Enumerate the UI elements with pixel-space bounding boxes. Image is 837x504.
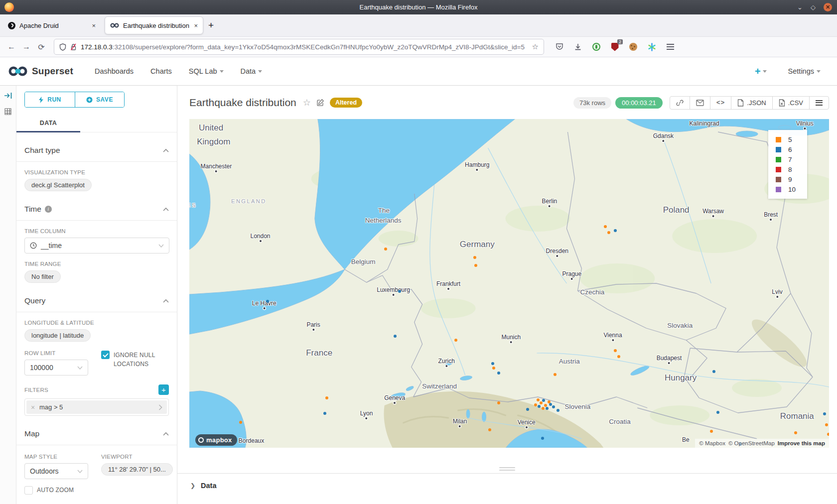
save-button[interactable]: SAVE	[75, 92, 124, 107]
settings-menu[interactable]: Settings	[788, 67, 821, 75]
chevron-up-icon[interactable]	[163, 207, 169, 211]
section-time: Timei TIME COLUMN __time TIME RANGE No f…	[24, 205, 169, 283]
legend-item[interactable]: 9	[768, 174, 807, 184]
downloads-icon[interactable]	[573, 42, 582, 51]
row-limit-select[interactable]: 100000	[24, 360, 88, 376]
tab-earthquake-distribution[interactable]: Earthquake distribution ×	[105, 16, 203, 34]
greasemonkey-icon[interactable]	[592, 42, 601, 51]
control-panel: RUN SAVE DATA Chart type VISUALIZATION T…	[16, 86, 177, 504]
forward-button[interactable]: →	[19, 42, 34, 51]
row-count-badge: 73k rows	[573, 97, 611, 109]
data-section-toggle[interactable]: ❯ Data	[177, 474, 837, 490]
map-point	[538, 405, 541, 408]
chevron-up-icon[interactable]	[163, 148, 169, 152]
export-csv-button[interactable]: .CSV	[772, 97, 809, 109]
tab-close-icon[interactable]: ×	[92, 22, 96, 29]
map-point	[825, 423, 828, 426]
map-canvas[interactable]: UnitedKingdomManchesterENGLANDESLondonLe…	[189, 119, 829, 448]
export-json-button[interactable]: .JSON	[731, 97, 772, 109]
reload-button[interactable]: ⟳	[34, 42, 49, 52]
map-point	[384, 248, 387, 251]
new-chart-button[interactable]: +	[755, 66, 767, 77]
email-button[interactable]	[690, 97, 710, 109]
auto-zoom-checkbox[interactable]	[24, 486, 33, 495]
legend-label: 6	[788, 146, 792, 153]
bookmark-star-icon[interactable]: ☆	[532, 42, 539, 51]
pocket-icon[interactable]	[555, 42, 564, 51]
legend-item[interactable]: 7	[768, 154, 807, 164]
remove-filter-icon[interactable]: ×	[26, 403, 39, 411]
tracking-shield-icon[interactable]	[59, 43, 66, 51]
legend-item[interactable]: 6	[768, 144, 807, 154]
edit-pencil-icon[interactable]	[316, 99, 324, 107]
results-divider	[177, 473, 837, 474]
attribution-mapbox[interactable]: © Mapbox	[699, 440, 725, 446]
map-points-layer	[189, 119, 829, 448]
chevron-up-icon[interactable]	[163, 432, 169, 436]
favorite-star-icon[interactable]: ☆	[303, 98, 311, 107]
map-point	[474, 264, 477, 267]
nav-item-sql-lab[interactable]: SQL Lab	[189, 67, 224, 75]
chevron-down-icon	[77, 470, 83, 473]
workspace: RUN SAVE DATA Chart type VISUALIZATION T…	[0, 86, 837, 504]
map-style-value: Outdoors	[30, 467, 73, 475]
map-point	[554, 373, 557, 376]
viewport-pill[interactable]: 11° 28' 29.70" | 50...	[101, 463, 173, 476]
new-tab-button[interactable]: +	[208, 20, 214, 31]
chevron-up-icon[interactable]	[163, 299, 169, 303]
map-point	[537, 398, 540, 401]
row-limit-value: 100000	[30, 364, 73, 372]
url-text[interactable]: 172.18.0.3:32108/superset/explore/?form_…	[81, 43, 528, 51]
window-maximize-icon[interactable]: ◇	[811, 3, 816, 11]
window-minimize-icon[interactable]: ⌄	[797, 3, 803, 11]
copy-link-button[interactable]	[670, 97, 690, 109]
section-map: Map MAP STYLE Outdoors AUTO ZOOM	[24, 429, 169, 495]
chart-menu-button[interactable]	[809, 97, 829, 109]
map-point	[614, 349, 617, 352]
embed-code-button[interactable]: <>	[710, 97, 731, 109]
mapbox-icon	[198, 437, 204, 443]
drag-handle[interactable]	[499, 467, 515, 472]
filter-item[interactable]: × mag > 5	[26, 400, 167, 414]
map-legend: 5678910	[768, 130, 807, 199]
field-label: MAP STYLE	[24, 454, 92, 460]
plus-circle-icon	[86, 97, 93, 103]
attribution-osm[interactable]: © OpenStreetMap	[728, 440, 775, 446]
tab-data[interactable]: DATA	[16, 116, 80, 132]
map-style-select[interactable]: Outdoors	[24, 463, 88, 479]
multi-account-icon[interactable]	[647, 42, 656, 51]
chart-header: Earthquake distribution ☆ Altered 73k ro…	[177, 86, 837, 111]
legend-item[interactable]: 8	[768, 164, 807, 174]
window-close-icon[interactable]: ✕	[824, 3, 832, 11]
cookie-extension-icon[interactable]	[629, 42, 638, 51]
collapse-panel-icon[interactable]	[4, 92, 12, 100]
tab-apache-druid[interactable]: Apache Druid ×	[3, 17, 101, 34]
nav-item-charts[interactable]: Charts	[150, 67, 172, 75]
expand-filter-icon[interactable]	[154, 404, 167, 410]
mapbox-logo[interactable]: mapbox	[195, 434, 237, 446]
legend-item[interactable]: 5	[768, 134, 807, 144]
run-button[interactable]: RUN	[25, 92, 75, 107]
improve-map-link[interactable]: Improve this map	[778, 440, 825, 446]
ublock-shield-icon[interactable]: 2	[610, 42, 619, 51]
lonlat-pill[interactable]: longitude | latitude	[24, 329, 91, 342]
back-button[interactable]: ←	[4, 42, 19, 51]
code-icon: <>	[716, 99, 725, 107]
viz-type-pill[interactable]: deck.gl Scatterplot	[24, 179, 92, 191]
nav-item-data[interactable]: Data	[241, 67, 263, 75]
nav-item-dashboards[interactable]: Dashboards	[95, 67, 134, 75]
ignore-null-checkbox[interactable]	[101, 351, 110, 359]
tab-close-icon[interactable]: ×	[194, 22, 198, 29]
legend-item[interactable]: 10	[768, 184, 807, 194]
map-point	[266, 300, 269, 303]
dataset-grid-icon[interactable]	[4, 108, 12, 116]
map-point	[617, 355, 620, 358]
time-column-select[interactable]: __time	[24, 238, 169, 253]
insecure-lock-icon[interactable]	[70, 43, 77, 51]
url-bar[interactable]: 172.18.0.3:32108/superset/explore/?form_…	[54, 39, 544, 55]
time-range-pill[interactable]: No filter	[24, 270, 61, 283]
add-filter-button[interactable]: +	[158, 384, 169, 395]
superset-logo[interactable]: Superset	[8, 66, 73, 77]
left-icon-rail	[0, 86, 16, 504]
menu-icon[interactable]	[666, 42, 675, 51]
